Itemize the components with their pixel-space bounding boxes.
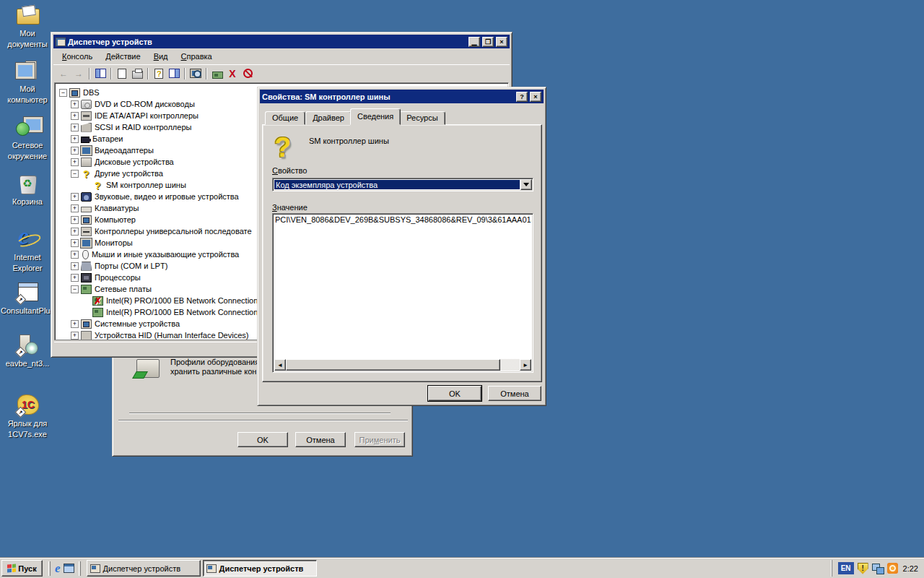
expand-icon[interactable]: + bbox=[71, 204, 79, 212]
expand-icon[interactable]: + bbox=[71, 100, 79, 108]
quicklaunch-handle[interactable] bbox=[48, 561, 51, 576]
update-driver-icon[interactable] bbox=[210, 66, 225, 81]
sysprops-cancel-button[interactable]: Отмена bbox=[295, 432, 346, 447]
desktop-icon-consultantplus[interactable]: ConsultantPlus bbox=[0, 280, 55, 315]
ie-quicklaunch-icon[interactable]: e bbox=[55, 563, 61, 574]
toolbar-separator bbox=[89, 68, 90, 79]
scroll-right-icon[interactable]: ► bbox=[520, 359, 531, 371]
scroll-left-icon[interactable]: ◄ bbox=[274, 359, 286, 371]
network-status-icon[interactable] bbox=[872, 564, 884, 574]
computer-icon bbox=[81, 215, 92, 225]
expand-icon[interactable]: + bbox=[71, 124, 79, 131]
app-window-icon bbox=[15, 280, 40, 304]
menu-действие[interactable]: Действие bbox=[100, 51, 146, 62]
collapse-icon[interactable]: − bbox=[71, 170, 79, 178]
cpu-icon bbox=[81, 273, 92, 282]
collapse-icon[interactable]: − bbox=[59, 89, 67, 97]
toolbar: ←→X bbox=[53, 64, 510, 82]
desktop-icon-recycle-bin[interactable]: Корзина bbox=[0, 171, 55, 206]
tree-item-label: Мыши и иные указывающие устройства bbox=[92, 250, 239, 259]
expand-icon[interactable]: + bbox=[71, 228, 79, 236]
cdrom-icon bbox=[81, 100, 92, 109]
menu-справка[interactable]: Справка bbox=[175, 51, 218, 62]
agent-orange-icon[interactable] bbox=[887, 563, 898, 574]
desktop-icon-eavbe-nt3[interactable]: eavbe_nt3... bbox=[0, 333, 55, 368]
expand-icon[interactable]: + bbox=[71, 239, 79, 247]
expand-icon[interactable]: + bbox=[71, 216, 79, 224]
expand-icon[interactable]: + bbox=[71, 147, 79, 155]
taskband-handle[interactable] bbox=[79, 561, 81, 576]
expand-icon[interactable]: + bbox=[71, 251, 79, 259]
show-desktop-icon[interactable] bbox=[64, 564, 74, 573]
desktop-icon-label: 1CV7s.exe bbox=[0, 430, 55, 439]
tree-item-label: Контроллеры универсальной последовате bbox=[95, 227, 252, 236]
minimize-button[interactable]: ▁ bbox=[468, 37, 480, 47]
show-panel-icon[interactable] bbox=[167, 66, 181, 81]
start-button[interactable]: Пуск bbox=[1, 560, 43, 577]
expand-icon[interactable]: + bbox=[71, 332, 79, 340]
language-indicator[interactable]: EN bbox=[838, 562, 854, 574]
scrollbar-track[interactable] bbox=[286, 359, 520, 371]
help-button[interactable]: ? bbox=[516, 92, 528, 102]
tray-clock: 2:22 bbox=[902, 564, 918, 573]
ok-button[interactable]: OK bbox=[428, 386, 481, 401]
print-icon[interactable] bbox=[130, 66, 144, 81]
desktop-icon-my-computer[interactable]: Мойкомпьютер bbox=[0, 59, 55, 104]
scan-hardware-icon[interactable] bbox=[188, 66, 203, 81]
menu-консоль[interactable]: Консоль bbox=[56, 51, 98, 62]
sysprops-ok-button[interactable]: OK bbox=[237, 432, 288, 447]
desktop-icon-label: Корзина bbox=[0, 197, 55, 206]
collapse-icon[interactable]: − bbox=[71, 285, 79, 293]
taskbar-button-device-manager[interactable]: Диспетчер устройств bbox=[203, 560, 317, 577]
expand-icon[interactable]: + bbox=[71, 112, 79, 120]
close-icon[interactable]: × bbox=[530, 92, 541, 102]
expand-icon[interactable]: + bbox=[71, 193, 79, 201]
property-combobox[interactable]: Код экземпляра устройства bbox=[272, 178, 533, 191]
security-shield-icon[interactable]: ! bbox=[858, 563, 868, 574]
combobox-selected-value: Код экземпляра устройства bbox=[274, 180, 520, 189]
back-icon[interactable]: ← bbox=[56, 66, 71, 81]
show-tree-icon[interactable] bbox=[93, 66, 108, 81]
desktop-icon-shortcut-1cv7s[interactable]: Ярлык для1CV7s.exe bbox=[0, 393, 55, 439]
disable-icon[interactable] bbox=[240, 66, 255, 81]
maximize-button[interactable]: ❒ bbox=[482, 37, 494, 47]
cancel-button[interactable]: Отмена bbox=[488, 386, 541, 401]
expand-icon[interactable]: + bbox=[71, 274, 79, 282]
scrollbar-thumb[interactable] bbox=[286, 359, 500, 371]
tree-item-label: DVD и CD-ROM дисководы bbox=[95, 100, 195, 108]
tab-драйвер[interactable]: Драйвер bbox=[305, 111, 352, 125]
horizontal-scrollbar[interactable]: ◄ ► bbox=[274, 359, 531, 371]
taskbar-button-device-manager[interactable]: Диспетчер устройств bbox=[87, 560, 201, 577]
device-name-label: SM контроллер шины bbox=[309, 137, 389, 145]
tree-item-label: Intel(R) PRO/1000 EB Network Connection bbox=[106, 308, 258, 316]
desktop-icon-network-places[interactable]: Сетевоеокружение bbox=[0, 115, 55, 160]
sysprops-apply-button[interactable]: Применить bbox=[354, 432, 405, 447]
forward-icon[interactable]: → bbox=[71, 66, 86, 81]
desktop-icon-my-documents[interactable]: Моидокументы bbox=[0, 3, 55, 48]
property-label: Свойство bbox=[272, 166, 307, 175]
value-box[interactable]: PCI\VEN_8086&DEV_269B&SUBSYS_34868086&RE… bbox=[272, 213, 533, 373]
device-manager-titlebar[interactable]: Диспетчер устройств ▁ ❒ × bbox=[53, 35, 510, 48]
device-manager-icon bbox=[206, 564, 217, 573]
task-button-label: Диспетчер устройств bbox=[103, 564, 181, 573]
tab-общие[interactable]: Общие bbox=[265, 111, 305, 125]
desktop-icon-label: ConsultantPlus bbox=[0, 306, 55, 315]
chevron-down-icon bbox=[523, 183, 529, 186]
menu-вид[interactable]: Вид bbox=[148, 51, 174, 62]
desktop-icon-label: eavbe_nt3... bbox=[0, 359, 55, 368]
uninstall-icon[interactable]: X bbox=[225, 66, 240, 81]
unknown-device-icon bbox=[274, 132, 299, 160]
expand-icon[interactable]: + bbox=[71, 158, 79, 166]
desktop-icon-internet-explorer[interactable]: InternetExplorer bbox=[0, 227, 55, 272]
properties-icon[interactable] bbox=[115, 66, 129, 81]
tab-сведения[interactable]: Сведения bbox=[350, 108, 401, 125]
tab-ресурсы[interactable]: Ресурсы bbox=[399, 111, 445, 125]
close-button[interactable]: × bbox=[496, 37, 507, 47]
combobox-dropdown-button[interactable] bbox=[520, 179, 532, 190]
help-icon[interactable] bbox=[152, 66, 166, 81]
expand-icon[interactable]: + bbox=[71, 320, 79, 328]
sm-dialog-titlebar[interactable]: Свойства: SM контроллер шины ? × bbox=[260, 90, 544, 103]
expand-icon[interactable]: + bbox=[71, 262, 79, 270]
expand-icon[interactable]: + bbox=[71, 135, 79, 143]
netcard-icon bbox=[92, 308, 103, 317]
